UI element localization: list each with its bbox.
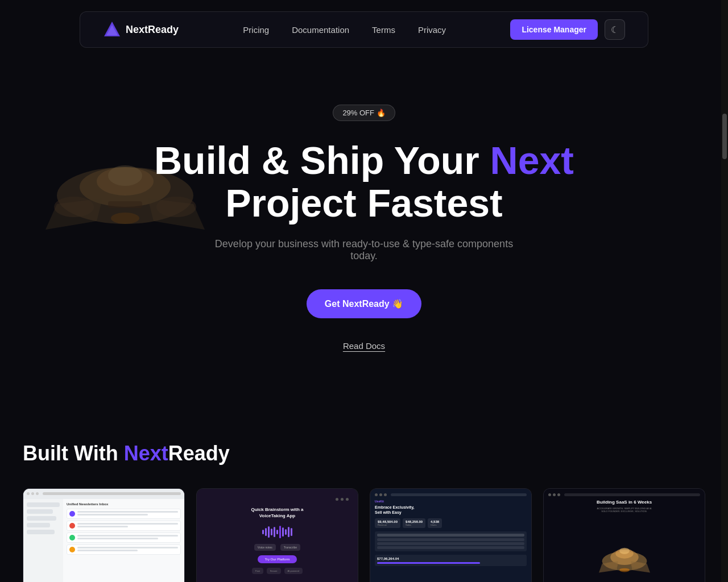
built-with-title: Built With NextReady: [23, 442, 705, 465]
brand-name: NextReady: [126, 24, 179, 36]
hero-title: Build & Ship Your Next Project Fastest: [23, 139, 705, 225]
built-with-section: Built With NextReady: [0, 408, 728, 582]
built-with-title-text2: Ready: [168, 442, 230, 465]
navbar-nav: Pricing Documentation Terms Privacy: [234, 20, 455, 39]
svg-point-17: [619, 548, 630, 554]
hero-section: 29% OFF 🔥 Build & Ship Your Next Project…: [0, 59, 728, 408]
hero-title-text2: Project Fastest: [225, 181, 503, 225]
hero-subtitle: Develop your business with ready-to-use …: [205, 238, 523, 262]
nav-link-pricing[interactable]: Pricing: [234, 20, 278, 39]
project-card-usekit[interactable]: UseKit Embrace Exclusivity,Sell with Eas…: [370, 488, 532, 582]
scrollbar-track[interactable]: [721, 0, 728, 582]
project-card-image-solocamp: Building SaaS in 6 Weeks ACCELERATE GROW…: [544, 489, 705, 582]
svg-marker-19: [631, 561, 650, 572]
project-card-image-usekit: UseKit Embrace Exclusivity,Sell with Eas…: [370, 489, 531, 582]
navbar: NextReady Pricing Documentation Terms Pr…: [80, 11, 648, 48]
hero-title-accent: Next: [490, 139, 574, 182]
project-card-image-lateron: Unified Newsletters Inbox: [23, 489, 184, 582]
project-card-solocamp[interactable]: Building SaaS in 6 Weeks ACCELERATE GROW…: [543, 488, 705, 582]
project-card-image-voicetaking: Quick Brainstorm with aVoiceTaking App: [197, 489, 358, 582]
scrollbar-thumb[interactable]: [722, 114, 727, 159]
svg-marker-18: [599, 561, 618, 572]
discount-badge: 29% OFF 🔥: [333, 105, 395, 121]
moon-icon: ☾: [611, 24, 619, 35]
license-manager-button[interactable]: License Manager: [510, 19, 598, 40]
built-with-title-accent: Next: [124, 442, 168, 465]
projects-grid: Unified Newsletters Inbox: [23, 488, 705, 582]
nav-link-privacy[interactable]: Privacy: [409, 20, 455, 39]
get-nextready-button[interactable]: Get NextReady 👋: [307, 289, 421, 318]
nav-link-terms[interactable]: Terms: [363, 20, 404, 39]
built-with-title-text1: Built With: [23, 442, 124, 465]
theme-toggle-button[interactable]: ☾: [605, 19, 625, 40]
read-docs-button[interactable]: Read Docs: [343, 341, 385, 351]
brand-logo-icon: [103, 20, 121, 39]
navbar-right: License Manager ☾: [510, 19, 625, 40]
project-card-lateron[interactable]: Unified Newsletters Inbox: [23, 488, 185, 582]
project-card-voicetaking[interactable]: Quick Brainstorm with aVoiceTaking App: [196, 488, 358, 582]
hero-title-text1: Build & Ship Your: [154, 139, 490, 182]
svg-point-20: [619, 568, 630, 572]
nav-link-documentation[interactable]: Documentation: [283, 20, 358, 39]
navbar-brand: NextReady: [103, 20, 179, 39]
